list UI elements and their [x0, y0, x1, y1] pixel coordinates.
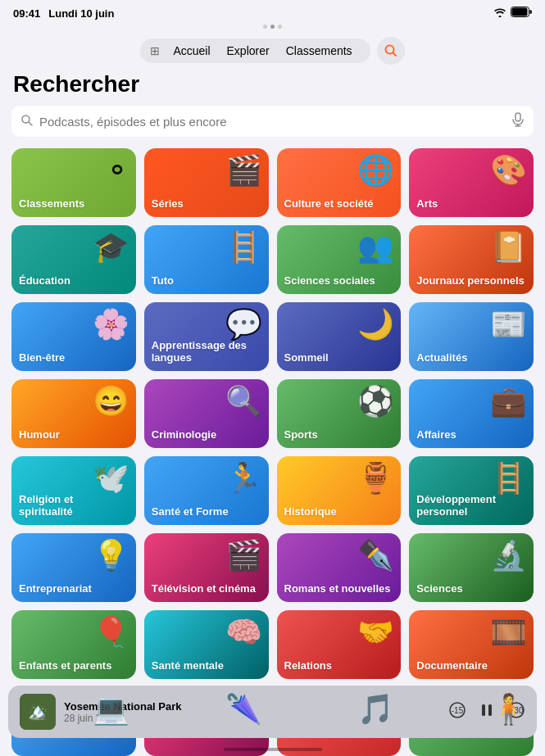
category-label-enfants: Enfants et parents	[19, 659, 111, 672]
wifi-icon	[493, 7, 506, 20]
category-card-romans[interactable]: ✒️Romans et nouvelles	[277, 533, 402, 602]
player-thumbnail: 🏔️	[20, 694, 56, 730]
category-card-tuto[interactable]: 🪜Tuto	[144, 225, 269, 294]
category-card-classements[interactable]: ⚬Classements	[11, 148, 136, 217]
status-date: Lundi 10 juin	[48, 7, 114, 20]
category-card-education[interactable]: 🎓Éducation	[11, 225, 136, 294]
category-card-affaires[interactable]: 💼Affaires	[409, 379, 534, 448]
category-icon-television: 🎬	[225, 538, 262, 573]
svg-line-3	[393, 53, 396, 57]
category-label-sciences: Sciences	[416, 582, 462, 595]
category-icon-developpement: 🪜	[490, 461, 527, 496]
category-label-journaux: Journaux personnels	[416, 274, 524, 287]
category-card-documentaire[interactable]: 🎞️Documentaire	[409, 610, 534, 679]
category-icon-last2: 🌂	[225, 692, 262, 727]
category-icon-arts: 🎨	[490, 153, 527, 188]
bottom-player[interactable]: 🏔️ Yosemite National Park 28 juin 2023 -…	[8, 686, 537, 738]
nav-pill: ⊞ Accueil Explorer Classements	[140, 38, 370, 63]
category-icon-criminologie: 🔍	[225, 384, 262, 419]
category-card-sports[interactable]: ⚽Sports	[277, 379, 402, 448]
category-label-sante: Santé et Forme	[152, 505, 229, 518]
category-card-criminologie[interactable]: 🔍Criminologie	[144, 379, 269, 448]
category-card-journaux[interactable]: 📔Journaux personnels	[409, 225, 534, 294]
svg-text:-15: -15	[452, 706, 464, 715]
category-card-sommeil[interactable]: 🌙Sommeil	[277, 302, 402, 371]
category-icon-journaux: 📔	[490, 230, 527, 265]
category-label-arts: Arts	[416, 197, 438, 211]
book-icon: ⊞	[150, 44, 160, 57]
category-icon-sports: ⚽	[357, 384, 394, 419]
svg-rect-6	[515, 113, 520, 121]
rewind-button[interactable]: -15	[448, 701, 466, 723]
category-card-bienetre[interactable]: 🌸Bien-être	[11, 302, 136, 371]
nav-bar: ⊞ Accueil Explorer Classements	[0, 32, 545, 71]
category-card-sante[interactable]: 🏃Santé et Forme	[144, 456, 269, 525]
search-bar[interactable]	[11, 106, 534, 137]
category-icon-affaires: 💼	[490, 384, 527, 419]
category-card-langues[interactable]: 💬Apprentissage des langues	[144, 302, 269, 371]
status-bar: 09:41 Lundi 10 juin	[0, 0, 545, 23]
nav-search-button[interactable]	[377, 37, 405, 65]
category-label-entrepreneuriat: Entreprenariat	[19, 582, 92, 595]
category-label-education: Éducation	[19, 274, 70, 287]
category-card-arts[interactable]: 🎨Arts	[409, 148, 534, 217]
category-label-sciences-sociales: Sciences sociales	[284, 274, 375, 287]
category-icon-bienetre: 🌸	[93, 307, 129, 342]
category-icon-sante-mentale: 🧠	[225, 615, 262, 650]
search-input[interactable]	[39, 115, 506, 129]
page-title: Rechercher	[11, 71, 534, 97]
category-icon-series: 🎬	[225, 153, 262, 188]
category-label-affaires: Affaires	[416, 428, 456, 441]
category-label-romans: Romans et nouvelles	[284, 582, 391, 595]
nav-accueil[interactable]: Accueil	[165, 43, 218, 59]
category-card-sciences-sociales[interactable]: 👥Sciences sociales	[277, 225, 402, 294]
category-icon-sciences-sociales: 👥	[357, 230, 394, 265]
category-icon-last4: 🧍	[490, 692, 527, 727]
category-card-television[interactable]: 🎬Télévision et cinéma	[144, 533, 269, 602]
category-card-developpement[interactable]: 🪜Développement personnel	[409, 456, 534, 525]
category-card-entrepreneuriat[interactable]: 💡Entreprenariat	[11, 533, 136, 602]
svg-text:🏔️: 🏔️	[28, 701, 48, 721]
category-icon-entrepreneuriat: 💡	[93, 538, 129, 573]
category-icon-last3: 🎵	[357, 692, 394, 727]
category-label-religion: Religion et spiritualité	[19, 493, 129, 518]
category-label-actualites: Actualités	[416, 351, 467, 364]
category-label-documentaire: Documentaire	[416, 659, 488, 672]
category-icon-education: 🎓	[93, 230, 129, 265]
category-card-culture[interactable]: 🌐Culture et société	[277, 148, 402, 217]
category-icon-tuto: 🪜	[225, 230, 262, 265]
category-card-religion[interactable]: 🕊️Religion et spiritualité	[11, 456, 136, 525]
category-icon-documentaire: 🎞️	[490, 615, 527, 650]
category-label-television: Télévision et cinéma	[152, 582, 256, 595]
category-card-series[interactable]: 🎬Séries	[144, 148, 269, 217]
main-content: Rechercher ⚬Classements🎬Séries🌐Culture e…	[0, 71, 545, 756]
category-icon-last1: 💻	[93, 692, 129, 727]
category-card-actualites[interactable]: 📰Actualités	[409, 302, 534, 371]
category-card-sante-mentale[interactable]: 🧠Santé mentale	[144, 610, 269, 679]
category-icon-humour: 😄	[93, 384, 129, 419]
search-icon	[21, 115, 33, 129]
category-icon-romans: ✒️	[357, 538, 394, 573]
nav-explorer[interactable]: Explorer	[219, 43, 278, 59]
category-icon-sciences: 🔬	[490, 538, 527, 573]
category-card-humour[interactable]: 😄Humour	[11, 379, 136, 448]
category-label-humour: Humour	[19, 428, 60, 441]
category-label-historique: Historique	[284, 505, 337, 518]
category-card-relations[interactable]: 🤝Relations	[277, 610, 402, 679]
svg-line-5	[29, 122, 32, 125]
status-time: 09:41	[13, 7, 40, 20]
category-label-sommeil: Sommeil	[284, 351, 329, 364]
category-icon-culture: 🌐	[357, 153, 394, 188]
category-card-sciences[interactable]: 🔬Sciences	[409, 533, 534, 602]
category-label-sante-mentale: Santé mentale	[152, 659, 224, 672]
svg-rect-14	[482, 704, 485, 716]
category-label-tuto: Tuto	[152, 274, 174, 287]
category-icon-enfants: 🎈	[93, 615, 129, 650]
category-icon-relations: 🤝	[357, 615, 394, 650]
category-label-bienetre: Bien-être	[19, 351, 65, 364]
category-card-enfants[interactable]: 🎈Enfants et parents	[11, 610, 136, 679]
microphone-icon[interactable]	[512, 112, 524, 130]
category-card-historique[interactable]: 🏺Historique	[277, 456, 402, 525]
nav-classements[interactable]: Classements	[278, 43, 361, 59]
battery-icon	[511, 7, 532, 20]
